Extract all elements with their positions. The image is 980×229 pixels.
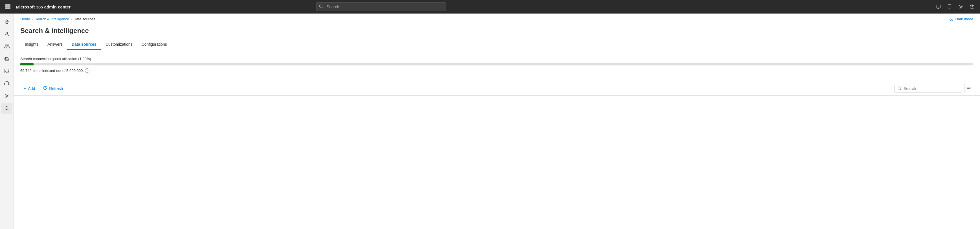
quota-section: Search connection quota utilization (1.3…: [14, 50, 980, 82]
svg-point-32: [898, 87, 900, 89]
refresh-icon: [43, 86, 48, 91]
quota-progress-bar: [20, 63, 973, 65]
svg-rect-1: [7, 4, 9, 6]
breadcrumb-current: Data sources: [74, 17, 95, 21]
svg-point-16: [960, 6, 961, 7]
svg-rect-2: [9, 4, 10, 6]
svg-point-9: [319, 5, 322, 7]
sidebar: [0, 14, 14, 229]
svg-point-30: [5, 107, 8, 110]
breadcrumb-home[interactable]: Home: [20, 17, 30, 21]
sidebar-item-settings[interactable]: [1, 90, 13, 102]
toolbar-left: + Add Refresh: [20, 84, 894, 93]
help-icon[interactable]: [967, 2, 977, 11]
main-layout: Home › Search & intelligence › Data sour…: [0, 14, 980, 229]
svg-point-18: [972, 8, 972, 8]
svg-point-20: [6, 32, 7, 34]
top-nav: Microsoft 365 admin center: [0, 0, 980, 14]
svg-point-22: [7, 45, 8, 46]
page-title: Search & intelligence: [14, 24, 980, 39]
tab-datasources[interactable]: Data sources: [67, 39, 101, 50]
tab-configurations[interactable]: Configurations: [137, 39, 172, 50]
quota-detail: 69,749 items indexed out of 5,000,000. i: [20, 68, 973, 73]
app-title: Microsoft 365 admin center: [16, 5, 70, 9]
add-button[interactable]: + Add: [20, 84, 38, 93]
toolbar: + Add Refresh: [14, 82, 980, 95]
content-area: Home › Search & intelligence › Data sour…: [14, 14, 980, 229]
quota-progress-fill: [20, 63, 33, 65]
global-search-icon: [319, 5, 323, 9]
quota-info-icon[interactable]: i: [85, 68, 89, 73]
tab-customizations[interactable]: Customizations: [101, 39, 137, 50]
svg-line-31: [8, 109, 8, 110]
svg-rect-28: [8, 83, 9, 85]
settings-icon[interactable]: [956, 2, 965, 11]
monitor-icon[interactable]: [934, 2, 943, 11]
tab-insights[interactable]: Insights: [20, 39, 43, 50]
global-search-box: [316, 2, 446, 11]
sidebar-item-print[interactable]: [1, 53, 13, 64]
grid-icon[interactable]: [3, 2, 13, 11]
breadcrumb-sep-1: ›: [32, 17, 33, 21]
global-search-input[interactable]: [316, 2, 446, 11]
svg-rect-4: [7, 6, 9, 8]
table-search-input[interactable]: [904, 86, 959, 91]
refresh-label: Refresh: [49, 86, 63, 91]
svg-line-33: [900, 89, 901, 90]
sidebar-item-support[interactable]: [1, 78, 13, 89]
svg-point-25: [8, 59, 8, 59]
breadcrumb: Home › Search & intelligence › Data sour…: [14, 14, 102, 24]
dark-mode-label: Dark mode: [955, 17, 973, 21]
dark-mode-toggle[interactable]: Dark mode: [950, 17, 973, 21]
svg-point-21: [5, 45, 6, 46]
table-search-box: [894, 85, 962, 92]
top-nav-right-icons: [934, 2, 977, 11]
quota-label: Search connection quota utilization (1.3…: [20, 57, 973, 61]
svg-rect-8: [9, 8, 10, 9]
svg-point-29: [6, 95, 7, 97]
add-icon: +: [24, 86, 26, 91]
sidebar-item-inbox[interactable]: [1, 65, 13, 77]
svg-rect-7: [7, 8, 9, 9]
svg-rect-5: [9, 6, 10, 8]
breadcrumb-section[interactable]: Search & intelligence: [35, 17, 69, 21]
svg-line-10: [321, 7, 323, 8]
sidebar-item-users[interactable]: [1, 28, 13, 40]
tab-answers[interactable]: Answers: [43, 39, 67, 50]
add-label: Add: [28, 86, 35, 91]
filter-button[interactable]: [964, 84, 973, 93]
sidebar-item-groups[interactable]: [1, 41, 13, 52]
svg-rect-27: [4, 83, 5, 85]
sidebar-item-home[interactable]: [1, 16, 13, 27]
svg-rect-11: [936, 5, 940, 8]
tabs-bar: Insights Answers Data sources Customizat…: [14, 39, 980, 50]
table-search-icon: [897, 86, 901, 91]
svg-rect-0: [5, 4, 7, 6]
breadcrumb-sep-2: ›: [71, 17, 72, 21]
svg-rect-6: [5, 8, 7, 9]
mobile-icon[interactable]: [945, 2, 954, 11]
toolbar-right: [894, 84, 973, 93]
sidebar-item-search[interactable]: [1, 103, 13, 114]
refresh-button[interactable]: Refresh: [40, 84, 66, 93]
svg-rect-19: [6, 22, 8, 24]
svg-rect-3: [5, 6, 7, 8]
svg-point-15: [949, 8, 950, 9]
